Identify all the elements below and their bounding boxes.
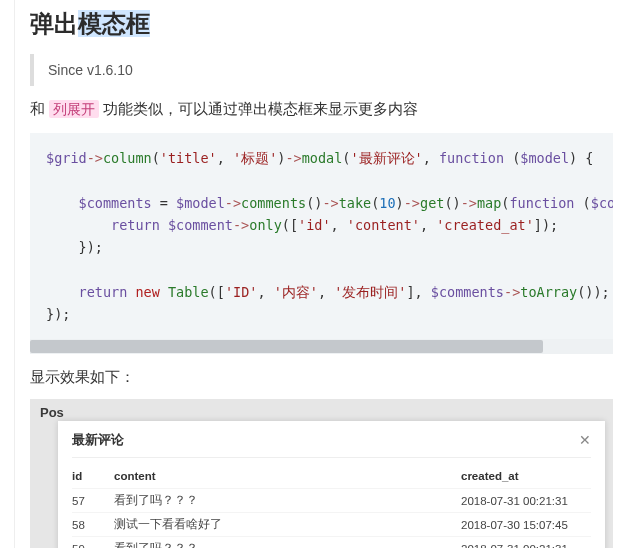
page-label: Pos <box>40 405 64 420</box>
page-title: 弹出模态框 <box>30 8 613 40</box>
table-row: 57看到了吗？？？2018-07-31 00:21:31 <box>72 489 591 513</box>
subheading: 显示效果如下： <box>30 368 613 387</box>
modal-header: 最新评论 ✕ <box>72 431 591 458</box>
table-row: 59看到了吗？？？2018-07-31 00:21:31 <box>72 537 591 548</box>
code-block-wrap: $grid->column('title', '标题')->modal('最新评… <box>30 133 613 354</box>
screenshot-area: Pos 最新评论 ✕ id content created_at 57看到了吗？… <box>30 399 613 548</box>
modal-table: id content created_at 57看到了吗？？？2018-07-3… <box>72 466 591 548</box>
title-pre: 弹出 <box>30 10 78 37</box>
table-row: 58测试一下看看啥好了2018-07-30 15:07:45 <box>72 513 591 537</box>
code-block: $grid->column('title', '标题')->modal('最新评… <box>30 133 613 339</box>
intro-paragraph: 和 列展开 功能类似，可以通过弹出模态框来显示更多内容 <box>30 100 613 119</box>
since-box: Since v1.6.10 <box>30 54 613 86</box>
title-highlight: 模态框 <box>78 10 150 37</box>
since-text: Since v1.6.10 <box>48 62 133 78</box>
col-created: created_at <box>461 466 591 489</box>
modal-dialog: 最新评论 ✕ id content created_at 57看到了吗？？？20… <box>58 421 605 548</box>
modal-title: 最新评论 <box>72 431 124 449</box>
code-h-scrollbar[interactable] <box>30 339 613 354</box>
close-icon[interactable]: ✕ <box>579 432 591 448</box>
table-header-row: id content created_at <box>72 466 591 489</box>
scrollbar-thumb[interactable] <box>30 340 543 353</box>
inline-tag: 列展开 <box>49 100 99 118</box>
col-content: content <box>114 466 461 489</box>
col-id: id <box>72 466 114 489</box>
